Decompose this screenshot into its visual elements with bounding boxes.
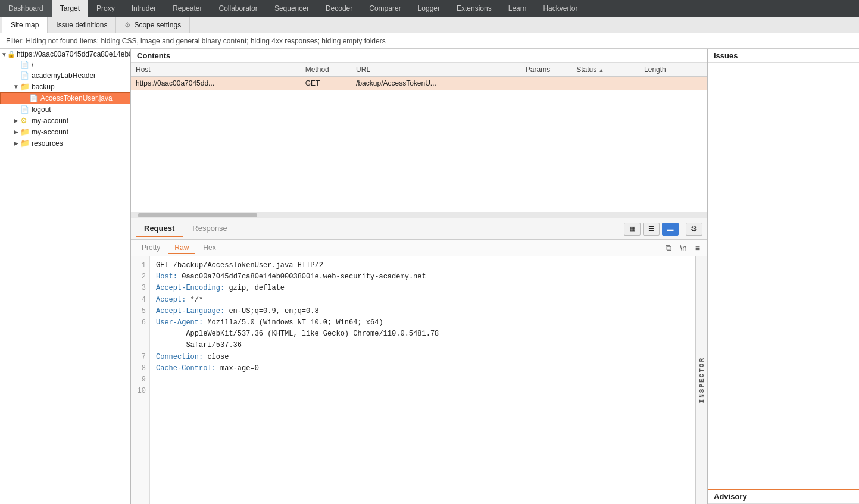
tree-label-backup: backup — [32, 83, 55, 91]
arrow-collapsed-icon2: ▶ — [12, 129, 20, 135]
col-length[interactable]: Length — [639, 63, 707, 77]
issues-panel: Issues Advisory — [707, 49, 859, 504]
tree-item-logout[interactable]: 📄 logout — [0, 104, 130, 115]
cell-length — [639, 77, 707, 90]
menu-hackvertor[interactable]: Hackvertor — [535, 0, 586, 17]
code-content[interactable]: GET /backup/AccessTokenUser.java HTTP/2 … — [150, 256, 695, 504]
extra-buttons: ⧉ \n ≡ — [663, 242, 702, 254]
issues-title: Issues — [708, 49, 859, 63]
tab-pretty[interactable]: Pretty — [136, 242, 166, 254]
settings-button[interactable]: ⚙ — [686, 223, 702, 236]
col-url[interactable]: URL — [351, 63, 521, 77]
inspector-panel[interactable]: INSPECTOR — [695, 256, 707, 504]
tree-item-resources[interactable]: ▶ 📁 resources — [0, 137, 130, 149]
tree-label-resources: resources — [32, 139, 63, 148]
tree-label-logout: logout — [32, 105, 51, 114]
cell-status — [571, 77, 639, 90]
gear-folder-icon: ⚙ — [20, 116, 30, 125]
lock-icon: 🔒 — [7, 51, 15, 58]
menu-button[interactable]: ≡ — [693, 242, 702, 254]
contents-scroll[interactable]: Host Method URL Params Status ▲ Length — [131, 63, 707, 212]
tab-scope-settings[interactable]: ⚙ Scope settings — [116, 17, 190, 33]
code-line-7: Connection: close — [156, 353, 229, 361]
newline-button[interactable]: \n — [677, 242, 689, 254]
tree-label-access-token: AccessTokenUser.java — [40, 94, 113, 102]
view-tabs: Pretty Raw Hex — [136, 242, 222, 254]
scrollbar-thumb[interactable] — [138, 213, 257, 217]
folder-icon: 📁 — [20, 82, 30, 91]
inspector-label: INSPECTOR — [698, 357, 705, 403]
tree-label-my-account: my-account — [32, 128, 68, 136]
menu-sequencer[interactable]: Sequencer — [266, 0, 317, 17]
tree-item-backup[interactable]: ▼ 📁 backup — [0, 81, 130, 92]
tree-item-access-token[interactable]: 📄 AccessTokenUser.java — [0, 92, 130, 104]
right-panel: Contents Host Method URL Params Status ▲ — [131, 49, 707, 504]
folder-icon2: 📁 — [20, 127, 30, 136]
horizontal-scrollbar[interactable] — [131, 212, 707, 218]
tree-root-url[interactable]: ▼ 🔒 https://0aac00a7045dd7ca80e14eb00038… — [0, 49, 130, 60]
view-btn-list[interactable]: ☰ — [643, 223, 660, 236]
main-layout: ▼ 🔒 https://0aac00a7045dd7ca80e14eb00038… — [0, 49, 859, 504]
menu-target[interactable]: Target — [52, 0, 88, 17]
menu-logger[interactable]: Logger — [410, 0, 448, 17]
full-icon: ▬ — [667, 226, 674, 233]
tree-label-my-account-gear: my-account — [32, 117, 68, 125]
menu-intruder[interactable]: Intruder — [123, 0, 164, 17]
tree-item-root-slash[interactable]: 📄 / — [0, 60, 130, 70]
code-area[interactable]: 1 2 3 4 5 6 7 8 9 10 GET /backup/AccessT… — [131, 256, 707, 504]
col-params[interactable]: Params — [521, 63, 571, 77]
menu-extensions[interactable]: Extensions — [448, 0, 500, 17]
copy-icon: ⧉ — [666, 243, 671, 252]
contents-section: Contents Host Method URL Params Status ▲ — [131, 49, 707, 218]
folder-icon3: 📁 — [20, 139, 30, 148]
menu-dashboard[interactable]: Dashboard — [0, 0, 52, 17]
menu-comparer[interactable]: Comparer — [361, 0, 409, 17]
cell-host: https://0aac00a7045dd... — [131, 77, 301, 90]
menu-icon: ≡ — [695, 243, 700, 253]
arrow-collapsed-icon3: ▶ — [12, 140, 20, 146]
tree-item-academy-header[interactable]: 📄 academyLabHeader — [0, 70, 130, 81]
code-line-4: Accept: */* — [156, 296, 203, 304]
tab-sitemap[interactable]: Site map — [2, 17, 48, 33]
settings-icon: ⚙ — [691, 224, 698, 233]
list-icon: ☰ — [648, 225, 654, 233]
filter-bar: Filter: Hiding not found items; hiding C… — [0, 33, 859, 49]
tab-raw[interactable]: Raw — [168, 242, 195, 254]
top-menu-bar: Dashboard Target Proxy Intruder Repeater… — [0, 0, 859, 17]
menu-collaborator[interactable]: Collaborator — [211, 0, 266, 17]
tree-item-my-account[interactable]: ▶ 📁 my-account — [0, 126, 130, 137]
tab-hex[interactable]: Hex — [197, 242, 221, 254]
arrow-icon: ▼ — [1, 51, 7, 58]
file-orange-icon: 📄 — [20, 71, 30, 80]
tab-response[interactable]: Response — [184, 220, 236, 237]
col-status[interactable]: Status ▲ — [571, 63, 639, 77]
file-selected-icon: 📄 — [29, 94, 39, 102]
view-btn-full[interactable]: ▬ — [662, 223, 679, 236]
code-line-5: Accept-Language: en-US;q=0.9, en;q=0.8 — [156, 307, 319, 315]
code-line-6: User-Agent: Mozilla/5.0 (Windows NT 10.0… — [156, 318, 439, 349]
line-numbers: 1 2 3 4 5 6 7 8 9 10 — [131, 256, 150, 504]
tab-request[interactable]: Request — [136, 220, 183, 237]
tab-issue-definitions[interactable]: Issue definitions — [48, 17, 116, 33]
col-host[interactable]: Host — [131, 63, 301, 77]
cell-params — [521, 77, 571, 90]
contents-table: Host Method URL Params Status ▲ Length — [131, 63, 707, 90]
tree-label-root: / — [32, 61, 33, 69]
menu-decoder[interactable]: Decoder — [317, 0, 361, 17]
cell-method: GET — [301, 77, 351, 90]
col-method[interactable]: Method — [301, 63, 351, 77]
menu-learn[interactable]: Learn — [500, 0, 535, 17]
menu-proxy[interactable]: Proxy — [88, 0, 123, 17]
view-btn-grid[interactable]: ▦ — [624, 223, 641, 236]
copy-button[interactable]: ⧉ — [663, 242, 674, 254]
arrow-expand-icon: ▼ — [12, 83, 20, 90]
code-line-2: Host: 0aac00a7045dd7ca80e14eb00038001e.w… — [156, 273, 426, 281]
gear-icon: ⚙ — [124, 21, 131, 29]
view-mode-toolbar: Pretty Raw Hex ⧉ \n ≡ — [131, 240, 707, 256]
menu-repeater[interactable]: Repeater — [164, 0, 210, 17]
newline-icon: \n — [680, 243, 687, 253]
advisory-title: Advisory — [708, 489, 859, 504]
sort-arrow-icon: ▲ — [599, 67, 604, 73]
tree-item-my-account-gear[interactable]: ▶ ⚙ my-account — [0, 115, 130, 126]
table-row[interactable]: https://0aac00a7045dd... GET /backup/Acc… — [131, 77, 707, 90]
